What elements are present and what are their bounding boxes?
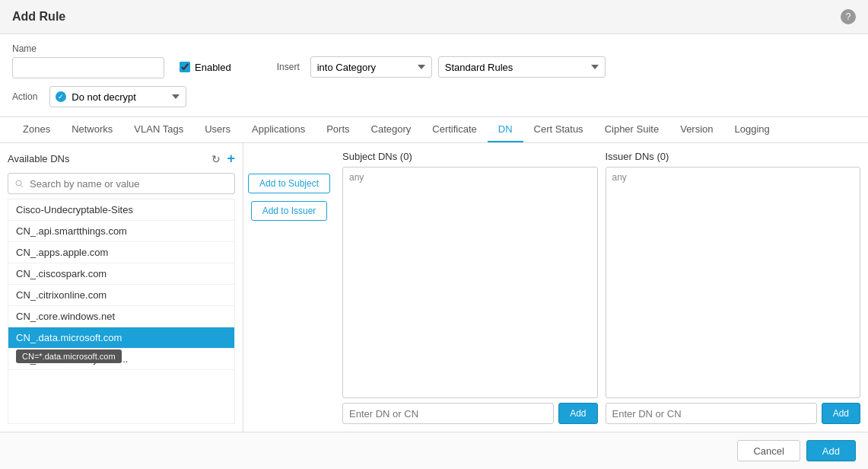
issuer-dns-textarea[interactable]: any xyxy=(606,167,861,398)
enabled-group: Enabled xyxy=(180,62,231,73)
issuer-dns-input-row: Add xyxy=(606,403,861,424)
subject-dns-title: Subject DNs (0) xyxy=(342,151,598,162)
dialog-footer: Cancel Add xyxy=(0,432,868,469)
search-input[interactable] xyxy=(8,173,235,194)
list-item[interactable]: CN_.apps.apple.com xyxy=(8,242,234,263)
issuer-dns-title: Issuer DNs (0) xyxy=(606,151,861,162)
form-area: Name Enabled Insert into Category Standa… xyxy=(0,34,868,117)
dn-list: Cisco-Undecryptable-Sites CN_.api.smartt… xyxy=(8,199,235,424)
tab-zones[interactable]: Zones xyxy=(12,117,61,142)
list-item[interactable]: Cisco-Undecryptable-Sites xyxy=(8,199,234,221)
add-button[interactable]: Add xyxy=(806,440,856,461)
tab-users[interactable]: Users xyxy=(194,117,241,142)
rules-dropdown[interactable]: Standard Rules xyxy=(438,56,606,78)
refresh-icon[interactable]: ↻ xyxy=(211,153,221,165)
help-icon[interactable]: ? xyxy=(841,9,856,24)
add-to-subject-button[interactable]: Add to Subject xyxy=(248,174,330,193)
add-rule-dialog: Add Rule ? Name Enabled Insert into Cate… xyxy=(0,0,868,469)
tab-applications[interactable]: Applications xyxy=(241,117,316,142)
subject-dns-input-row: Add xyxy=(342,403,598,424)
insert-label: Insert xyxy=(277,62,300,72)
tab-ports[interactable]: Ports xyxy=(316,117,360,142)
action-dropdown[interactable]: Do not decrypt Decrypt - Resign Decrypt … xyxy=(49,86,186,107)
panel-header: Available DNs ↻ + xyxy=(8,151,235,167)
subject-add-button[interactable]: Add xyxy=(558,403,597,424)
tab-category[interactable]: Category xyxy=(361,117,422,142)
add-to-issuer-button[interactable]: Add to Issuer xyxy=(251,201,328,221)
action-icon xyxy=(56,91,66,102)
panel-actions: ↻ + xyxy=(211,151,235,167)
tab-version[interactable]: Version xyxy=(669,117,723,142)
tab-cert-status[interactable]: Cert Status xyxy=(523,117,594,142)
name-label: Name xyxy=(12,43,164,54)
name-field-group: Name xyxy=(12,43,164,78)
action-label: Action xyxy=(12,91,37,102)
tooltip: CN=*.data.microsoft.com xyxy=(16,349,122,363)
list-item[interactable]: CN_.api.smartthings.com xyxy=(8,221,234,242)
list-item[interactable]: CN_.ciscospark.com xyxy=(8,263,234,285)
right-panels: Subject DNs (0) any Add Issuer DNs (0) a… xyxy=(335,143,868,432)
issuer-add-button[interactable]: Add xyxy=(822,403,860,424)
tab-cipher-suite[interactable]: Cipher Suite xyxy=(594,117,670,142)
list-item[interactable]: CN_.core.windows.net xyxy=(8,306,234,327)
dialog-title: Add Rule xyxy=(12,10,65,24)
tab-logging[interactable]: Logging xyxy=(724,117,781,142)
subject-dn-input[interactable] xyxy=(342,403,554,424)
tab-networks[interactable]: Networks xyxy=(61,117,123,142)
enabled-checkbox[interactable] xyxy=(180,62,190,72)
name-input[interactable] xyxy=(12,57,164,78)
tab-certificate[interactable]: Certificate xyxy=(421,117,488,142)
available-dns-panel: Available DNs ↻ + Cisco-Undecryptable-Si… xyxy=(0,143,243,432)
issuer-dns-panel: Issuer DNs (0) any Add xyxy=(606,151,861,424)
form-top-row: Name Enabled Insert into Category Standa… xyxy=(12,43,856,78)
tabs-bar: Zones Networks VLAN Tags Users Applicati… xyxy=(0,117,868,143)
tab-vlan-tags[interactable]: VLAN Tags xyxy=(123,117,194,142)
list-item[interactable]: CN_.citrixonline.com xyxy=(8,285,234,306)
middle-panel: Add to Subject Add to Issuer xyxy=(243,143,335,432)
cancel-button[interactable]: Cancel xyxy=(737,440,800,461)
enabled-label: Enabled xyxy=(195,62,231,73)
subject-dns-textarea[interactable]: any xyxy=(342,167,598,398)
add-dn-icon[interactable]: + xyxy=(227,151,235,167)
action-select-wrap: Do not decrypt Decrypt - Resign Decrypt … xyxy=(49,86,186,107)
subject-dns-panel: Subject DNs (0) any Add xyxy=(342,151,598,424)
available-dns-title: Available DNs xyxy=(8,153,69,164)
insert-dropdown[interactable]: into Category xyxy=(310,56,432,78)
dialog-header: Add Rule ? xyxy=(0,0,868,34)
tab-dn[interactable]: DN xyxy=(488,117,523,142)
issuer-dn-input[interactable] xyxy=(606,403,817,424)
content-area: Available DNs ↻ + Cisco-Undecryptable-Si… xyxy=(0,143,868,432)
insert-group: Insert into Category Standard Rules xyxy=(277,56,606,78)
list-item-selected[interactable]: CN_.data.microsoft.com CN=*.data.microso… xyxy=(8,327,234,349)
action-row: Action Do not decrypt Decrypt - Resign D… xyxy=(12,86,856,107)
